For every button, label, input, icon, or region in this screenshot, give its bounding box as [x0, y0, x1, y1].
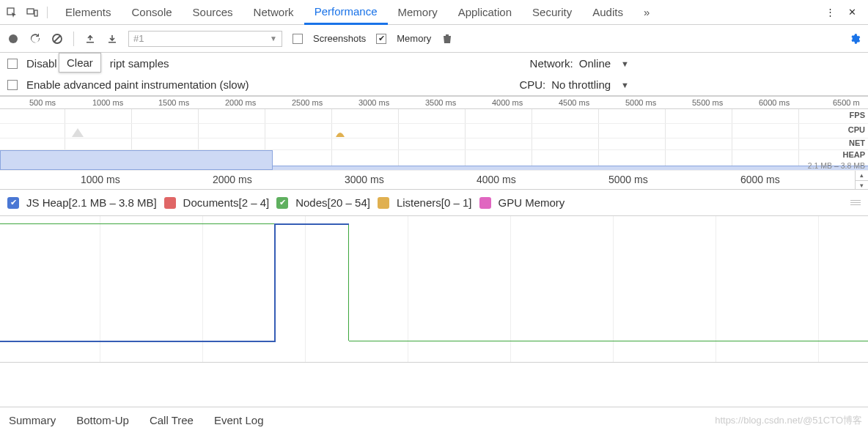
- legend-gpu-label: GPU Memory: [499, 196, 565, 209]
- ov-tick: 6500 m: [833, 98, 860, 107]
- ov-tick: 1500 ms: [158, 98, 189, 107]
- svg-rect-2: [34, 10, 37, 16]
- svg-rect-6: [87, 42, 94, 43]
- memory-chart[interactable]: [0, 216, 868, 363]
- memory-legend: JS Heap[2.1 MB – 3.8 MB] Documents[2 – 4…: [0, 190, 868, 216]
- svg-line-5: [54, 36, 60, 42]
- timeline-v-scroll[interactable]: ▴▾: [855, 171, 868, 190]
- inspect-icon[interactable]: [6, 7, 18, 18]
- network-select[interactable]: Online▼: [579, 57, 629, 70]
- ov-tick: 1000 ms: [92, 98, 123, 107]
- ov-tick: 4000 ms: [492, 98, 523, 107]
- tab-security[interactable]: Security: [522, 0, 582, 25]
- tab-eventlog[interactable]: Event Log: [214, 414, 264, 426]
- overview-ruler[interactable]: 500 ms 1000 ms 1500 ms 2000 ms 2500 ms 3…: [0, 96, 868, 109]
- svg-rect-7: [108, 42, 116, 43]
- advanced-paint-label: Enable advanced paint instrumentation (s…: [26, 78, 249, 91]
- ov-tick: 5000 ms: [625, 98, 656, 107]
- tab-bottomup[interactable]: Bottom-Up: [76, 414, 129, 426]
- tab-sources[interactable]: Sources: [183, 0, 243, 25]
- load-profile-icon[interactable]: [84, 33, 96, 45]
- lane-heap: HEAP 2.1 MB – 3.8 MB: [0, 150, 868, 171]
- legend-nodes-check[interactable]: [276, 197, 288, 209]
- legend-jsheap-label: JS Heap[2.1 MB – 3.8 MB]: [26, 196, 157, 209]
- panel-tabs: Elements Console Sources Network Perform…: [48, 0, 820, 25]
- option-advanced-paint: Enable advanced paint instrumentation (s…: [0, 74, 868, 96]
- ov-tick: 500 ms: [29, 98, 56, 107]
- device-toggle-icon[interactable]: [26, 7, 38, 18]
- settings-gear-icon[interactable]: [849, 33, 861, 45]
- close-icon[interactable]: ✕: [846, 7, 858, 18]
- lane-fps: FPS: [0, 109, 868, 124]
- network-label: Network:: [530, 57, 573, 70]
- t2: 2000 ms: [213, 174, 252, 185]
- perf-toolbar: #1 Screenshots Memory: [0, 25, 868, 53]
- tab-application[interactable]: Application: [448, 0, 522, 25]
- record-icon[interactable]: [7, 33, 19, 45]
- legend-gpu-check[interactable]: [479, 197, 491, 209]
- ov-tick: 3500 ms: [425, 98, 456, 107]
- clear-tooltip: Clear: [59, 53, 101, 73]
- tab-console[interactable]: Console: [122, 0, 183, 25]
- devtools-topbar: Elements Console Sources Network Perform…: [0, 0, 868, 25]
- tab-network[interactable]: Network: [243, 0, 304, 25]
- tab-performance[interactable]: Performance: [304, 0, 388, 25]
- legend-menu-icon[interactable]: [850, 200, 861, 205]
- legend-listeners-label: Listeners[0 – 1]: [397, 196, 472, 209]
- legend-nodes-label: Nodes[20 – 54]: [295, 196, 370, 209]
- recording-select-value: #1: [133, 33, 144, 44]
- tab-summary[interactable]: Summary: [9, 414, 56, 426]
- ov-tick: 4500 ms: [559, 98, 589, 107]
- legend-listeners-check[interactable]: [378, 197, 389, 209]
- tab-audits[interactable]: Audits: [582, 0, 633, 25]
- garbage-collect-icon[interactable]: [441, 33, 453, 45]
- tab-elements[interactable]: Elements: [55, 0, 122, 25]
- disable-js-label-suffix: ript samples: [110, 57, 169, 70]
- t2: 3000 ms: [345, 174, 384, 185]
- tabs-overflow-icon[interactable]: »: [633, 0, 660, 25]
- legend-documents-label: Documents[2 – 4]: [183, 196, 270, 209]
- overview-lanes[interactable]: FPS CPU NET HEAP 2.1 MB – 3.8 MB: [0, 109, 868, 171]
- save-profile-icon[interactable]: [106, 33, 118, 45]
- inspect-group: [6, 7, 48, 18]
- kebab-menu-icon[interactable]: ⋮: [824, 7, 836, 18]
- legend-documents-check[interactable]: [164, 197, 176, 209]
- cpu-select[interactable]: No throttling▼: [551, 78, 629, 91]
- lane-cpu: CPU: [0, 124, 868, 138]
- svg-rect-1: [27, 9, 34, 14]
- disable-js-label-prefix: Disabl: [26, 57, 57, 70]
- cpu-label: CPU:: [519, 78, 545, 91]
- screenshots-label: Screenshots: [313, 33, 366, 44]
- ov-tick: 6000 ms: [759, 98, 790, 107]
- ov-tick: 2500 ms: [292, 98, 323, 107]
- timeline-ruler[interactable]: 1000 ms 2000 ms 3000 ms 4000 ms 5000 ms …: [0, 171, 868, 190]
- watermark-text: https://blog.csdn.net/@51CTO博客: [715, 414, 862, 427]
- topbar-tail: ⋮ ✕: [820, 7, 862, 18]
- disable-js-checkbox[interactable]: [7, 59, 18, 69]
- t2: 6000 ms: [740, 174, 780, 185]
- memory-label: Memory: [397, 33, 431, 44]
- option-disable-js: Disabl Clear ript samples Network: Onlin…: [0, 53, 868, 74]
- tab-memory[interactable]: Memory: [388, 0, 448, 25]
- t2: 1000 ms: [81, 174, 120, 185]
- memory-checkbox[interactable]: [376, 34, 386, 44]
- legend-jsheap-check[interactable]: [7, 197, 19, 209]
- t2: 4000 ms: [477, 174, 516, 185]
- t2: 5000 ms: [608, 174, 648, 185]
- clear-icon[interactable]: [51, 33, 63, 45]
- advanced-paint-checkbox[interactable]: [7, 80, 18, 90]
- ov-tick: 5500 ms: [692, 98, 723, 107]
- ov-tick: 3000 ms: [358, 98, 389, 107]
- tab-calltree[interactable]: Call Tree: [150, 414, 194, 426]
- recording-select[interactable]: #1: [128, 31, 282, 47]
- screenshots-checkbox[interactable]: [293, 34, 303, 44]
- svg-point-3: [9, 34, 18, 43]
- reload-icon[interactable]: [29, 33, 41, 45]
- lane-net: NET: [0, 138, 868, 150]
- ov-tick: 2000 ms: [225, 98, 256, 107]
- heap-range-text: 2.1 MB – 3.8 MB: [808, 161, 865, 170]
